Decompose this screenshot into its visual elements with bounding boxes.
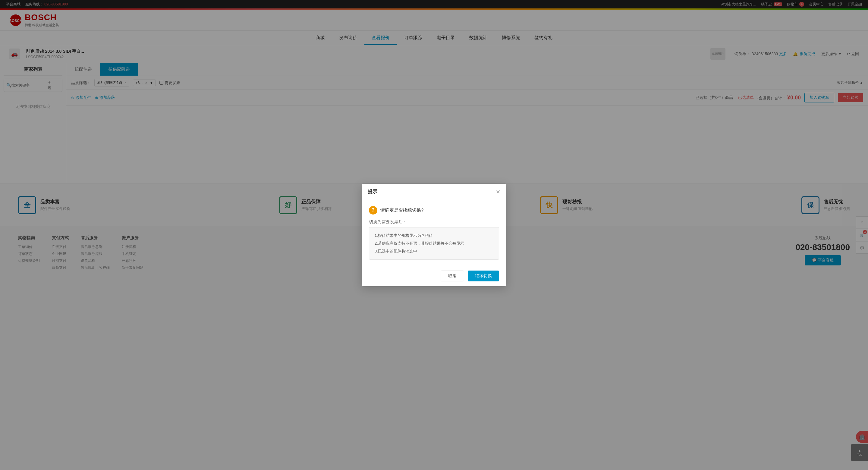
modal-question-text: 请确定是否继续切换?: [380, 206, 424, 213]
modal-header: 提示 ✕: [362, 184, 506, 200]
cancel-button[interactable]: 取消: [441, 271, 464, 281]
modal-close-button[interactable]: ✕: [496, 189, 500, 195]
modal-footer: 取消 继续切换: [362, 266, 506, 281]
confirm-button[interactable]: 继续切换: [468, 271, 499, 281]
modal-overlay[interactable]: 提示 ✕ ? 请确定是否继续切换? 切换为需要发票后： 1.报价结果中的价格显示…: [0, 0, 868, 281]
modal-info-3: 3.已选中的配件将消选中: [375, 247, 493, 255]
modal-title: 提示: [368, 189, 377, 195]
modal-info-1: 1.报价结果中的价格显示为含税价: [375, 232, 493, 240]
modal-info-label: 切换为需要发票后：: [369, 219, 499, 225]
modal-question-area: ? 请确定是否继续切换?: [369, 206, 499, 215]
modal-body: ? 请确定是否继续切换? 切换为需要发票后： 1.报价结果中的价格显示为含税价 …: [362, 200, 506, 266]
modal: 提示 ✕ ? 请确定是否继续切换? 切换为需要发票后： 1.报价结果中的价格显示…: [362, 184, 506, 281]
modal-info-2: 2.若供应商仅支持不开票，其报价结果将不会被显示: [375, 240, 493, 247]
question-icon: ?: [369, 206, 377, 215]
modal-info-box: 1.报价结果中的价格显示为含税价 2.若供应商仅支持不开票，其报价结果将不会被显…: [369, 227, 499, 260]
